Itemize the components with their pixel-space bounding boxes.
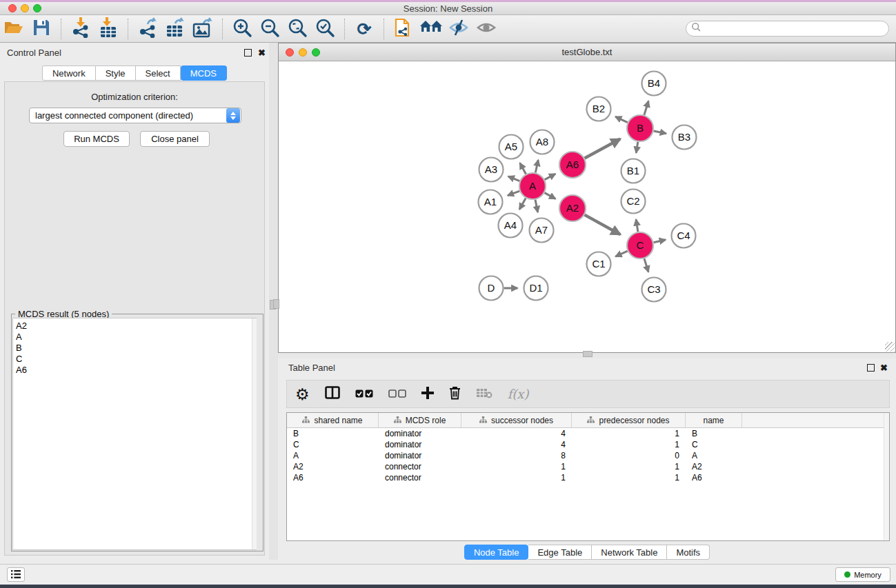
cell-predecessor-nodes[interactable]: 1 bbox=[572, 429, 686, 438]
cell-successor-nodes[interactable]: 4 bbox=[461, 429, 572, 438]
tab-network[interactable]: Network bbox=[42, 65, 96, 81]
window-resize-grip[interactable] bbox=[885, 342, 895, 352]
create-column-button[interactable] bbox=[421, 384, 434, 405]
edge-B-B2[interactable] bbox=[615, 116, 628, 122]
edge-A-A2[interactable] bbox=[545, 193, 556, 199]
cell-MCDS-role[interactable]: dominator bbox=[379, 440, 461, 449]
tab-select[interactable]: Select bbox=[136, 65, 181, 81]
function-builder-button[interactable]: f(x) bbox=[508, 384, 529, 405]
tab-mcds[interactable]: MCDS bbox=[181, 65, 227, 81]
column-header-predecessor-nodes[interactable]: predecessor nodes bbox=[572, 413, 686, 427]
network-window-titlebar[interactable]: testGlobe.txt bbox=[279, 43, 895, 61]
import-table-button[interactable] bbox=[94, 17, 122, 41]
cell-name[interactable]: B bbox=[686, 429, 742, 438]
network-overview-button[interactable] bbox=[417, 17, 445, 41]
export-image-button[interactable] bbox=[189, 17, 217, 41]
mcds-result-item[interactable]: A2 bbox=[16, 321, 256, 332]
edge-B-B4[interactable] bbox=[644, 101, 648, 115]
import-network-button[interactable] bbox=[67, 17, 94, 41]
export-network-button[interactable] bbox=[134, 17, 161, 41]
edge-C-C2[interactable] bbox=[636, 219, 638, 232]
horizontal-splitter[interactable] bbox=[278, 353, 896, 358]
edge-A-A8[interactable] bbox=[535, 160, 538, 172]
table-scrollbar[interactable] bbox=[884, 413, 889, 540]
cell-MCDS-role[interactable]: connector bbox=[379, 473, 461, 483]
edge-A-A5[interactable] bbox=[520, 163, 526, 174]
column-visibility-button[interactable] bbox=[325, 384, 340, 405]
search-field[interactable] bbox=[686, 21, 889, 37]
open-session-button[interactable] bbox=[0, 17, 28, 41]
column-header-successor-nodes[interactable]: successor nodes bbox=[461, 413, 572, 427]
node-table[interactable]: shared nameMCDS rolesuccessor nodesprede… bbox=[286, 412, 890, 541]
search-input[interactable] bbox=[701, 22, 888, 35]
cell-MCDS-role[interactable]: dominator bbox=[379, 429, 461, 438]
delete-table-button[interactable] bbox=[476, 384, 492, 405]
cell-name[interactable]: A2 bbox=[686, 462, 742, 472]
delete-column-button[interactable] bbox=[449, 384, 461, 405]
cell-successor-nodes[interactable]: 4 bbox=[461, 440, 572, 449]
edge-C-C1[interactable] bbox=[615, 251, 627, 256]
tab-style[interactable]: Style bbox=[96, 65, 136, 81]
table-row[interactable]: Adominator80A bbox=[287, 450, 889, 461]
edge-C-C3[interactable] bbox=[644, 258, 648, 272]
cell-successor-nodes[interactable]: 1 bbox=[461, 462, 572, 472]
cell-predecessor-nodes[interactable]: 0 bbox=[572, 451, 686, 460]
column-header-name[interactable]: name bbox=[686, 413, 742, 427]
close-panel-button[interactable]: Close panel bbox=[140, 131, 210, 147]
cell-MCDS-role[interactable]: dominator bbox=[379, 451, 461, 460]
new-network-from-file-button[interactable] bbox=[390, 17, 417, 41]
cell-MCDS-role[interactable]: connector bbox=[379, 462, 461, 472]
cell-shared-name[interactable]: A2 bbox=[287, 462, 379, 472]
task-history-button[interactable] bbox=[7, 567, 25, 582]
zoom-selected-button[interactable] bbox=[311, 17, 339, 41]
edge-A-A3[interactable] bbox=[508, 176, 520, 181]
cell-shared-name[interactable]: C bbox=[287, 440, 379, 449]
cell-name[interactable]: A bbox=[686, 451, 742, 460]
control-panel-close-button[interactable]: ✖ bbox=[258, 48, 266, 57]
tab-motifs[interactable]: Motifs bbox=[667, 545, 710, 560]
network-zoom-button[interactable] bbox=[312, 48, 320, 57]
edge-C-C4[interactable] bbox=[654, 240, 666, 243]
cell-shared-name[interactable]: A bbox=[287, 451, 379, 460]
table-row[interactable]: Bdominator41B bbox=[287, 428, 889, 439]
edge-A-A6[interactable] bbox=[545, 174, 556, 179]
table-settings-button[interactable]: ⚙ bbox=[295, 384, 310, 405]
cell-predecessor-nodes[interactable]: 1 bbox=[572, 473, 686, 483]
cell-successor-nodes[interactable]: 8 bbox=[461, 451, 572, 460]
table-panel-float-button[interactable] bbox=[867, 364, 875, 372]
mcds-result-item[interactable]: B bbox=[16, 343, 256, 354]
edge-A-A4[interactable] bbox=[519, 198, 526, 209]
table-row[interactable]: Cdominator41C bbox=[287, 439, 889, 450]
criterion-dropdown[interactable]: largest connected component (directed) bbox=[29, 108, 241, 123]
select-all-rows-button[interactable] bbox=[355, 384, 373, 405]
table-row[interactable]: A2connector11A2 bbox=[287, 461, 889, 472]
refresh-button[interactable]: ⟳ bbox=[350, 17, 378, 41]
column-header-MCDS-role[interactable]: MCDS role bbox=[379, 413, 461, 427]
show-panels-button[interactable] bbox=[472, 17, 500, 41]
cell-predecessor-nodes[interactable]: 1 bbox=[572, 462, 686, 472]
save-session-button[interactable] bbox=[28, 17, 55, 41]
cell-name[interactable]: A6 bbox=[686, 473, 742, 483]
cell-predecessor-nodes[interactable]: 1 bbox=[572, 440, 686, 449]
network-minimize-button[interactable] bbox=[299, 48, 307, 57]
zoom-fit-button[interactable] bbox=[283, 17, 311, 41]
edge-B-B1[interactable] bbox=[636, 142, 638, 153]
edge-A-A7[interactable] bbox=[535, 200, 538, 212]
control-panel-float-button[interactable] bbox=[244, 49, 252, 57]
minimize-window-button[interactable] bbox=[21, 4, 29, 12]
mcds-result-item[interactable]: A bbox=[16, 332, 256, 343]
close-window-button[interactable] bbox=[8, 4, 17, 12]
table-row[interactable]: A6connector11A6 bbox=[287, 472, 889, 483]
mcds-result-item[interactable]: C bbox=[16, 354, 256, 365]
run-mcds-button[interactable]: Run MCDS bbox=[63, 131, 130, 147]
export-table-button[interactable] bbox=[161, 17, 189, 41]
edge-A6-B[interactable] bbox=[585, 139, 621, 159]
column-header-shared-name[interactable]: shared name bbox=[287, 413, 379, 427]
tab-node-table[interactable]: Node Table bbox=[464, 545, 529, 560]
cell-shared-name[interactable]: A6 bbox=[287, 473, 379, 483]
cell-shared-name[interactable]: B bbox=[287, 429, 379, 438]
zoom-in-button[interactable] bbox=[228, 17, 256, 41]
hide-panels-button[interactable] bbox=[445, 17, 472, 41]
mcds-result-item[interactable]: A6 bbox=[16, 365, 256, 376]
tab-edge-table[interactable]: Edge Table bbox=[528, 545, 592, 560]
